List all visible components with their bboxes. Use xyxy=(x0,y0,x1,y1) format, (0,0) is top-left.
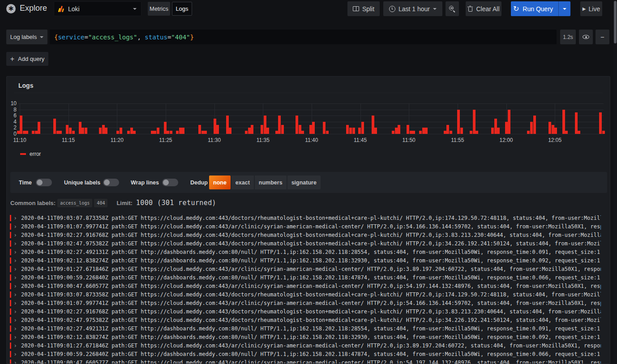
expand-chevron-icon[interactable]: › xyxy=(14,223,16,230)
expand-chevron-icon[interactable]: › xyxy=(14,274,16,281)
expand-chevron-icon[interactable]: › xyxy=(14,300,16,306)
x-axis-label: 11:20 xyxy=(104,137,129,143)
log-row[interactable]: ›2020-04-11T09:02:12.838274Z path:GET ht… xyxy=(7,333,610,342)
chart-bar xyxy=(299,125,301,134)
scrollbar-track[interactable] xyxy=(613,0,617,364)
expand-chevron-icon[interactable]: › xyxy=(14,248,16,255)
expand-chevron-icon[interactable]: › xyxy=(14,325,16,332)
tab-logs[interactable]: Logs xyxy=(172,2,192,16)
grid-line-y xyxy=(18,122,604,122)
query-token: } xyxy=(190,34,194,41)
log-row[interactable]: ›2020-04-11T09:00:47.660577Z path:GET ht… xyxy=(7,282,610,291)
chart-bar xyxy=(497,128,500,134)
log-row[interactable]: ›2020-04-11T09:02:27.492131Z path:GET ht… xyxy=(7,248,610,257)
chart-bar xyxy=(565,131,568,134)
run-query-button[interactable]: ↻ Run Query xyxy=(511,1,570,16)
chart-bar xyxy=(419,131,422,134)
log-row[interactable]: ›2020-04-11T09:02:27.916768Z path:GET ht… xyxy=(7,231,610,240)
chart-bar xyxy=(120,128,122,134)
expand-chevron-icon[interactable]: › xyxy=(14,351,16,357)
log-level-bar xyxy=(10,317,11,323)
grid-line-y xyxy=(18,116,604,116)
query-input[interactable]: {service="access_logs", status="404"} xyxy=(50,30,557,44)
expand-chevron-icon[interactable]: › xyxy=(14,231,16,238)
chart-bar xyxy=(20,116,22,134)
split-button[interactable]: Split xyxy=(347,1,380,16)
expand-chevron-icon[interactable]: › xyxy=(14,283,16,289)
datasource-picker[interactable]: Loki xyxy=(54,1,141,16)
log-row[interactable]: ›2020-04-11T09:01:07.997741Z path:GET ht… xyxy=(7,299,610,308)
chart-bar xyxy=(81,128,84,134)
query-token: = xyxy=(167,34,171,41)
chart-bar xyxy=(407,125,409,134)
dedup-option-numbers[interactable]: numbers xyxy=(255,176,287,189)
chart-bar xyxy=(323,122,326,134)
chart-bar xyxy=(470,131,472,134)
chart-bar xyxy=(38,122,40,134)
log-line-text: 2020-04-11T09:01:07.997741Z path:GET htt… xyxy=(21,223,601,230)
clear-all-button[interactable]: Clear All xyxy=(466,1,501,16)
chart-bar xyxy=(248,128,251,134)
expand-chevron-icon[interactable]: › xyxy=(14,359,16,364)
zoom-out-button[interactable] xyxy=(446,1,459,16)
expand-chevron-icon[interactable]: › xyxy=(14,334,16,340)
log-row[interactable]: ›2020-04-11T09:01:07.997741Z path:GET ht… xyxy=(7,223,610,231)
expand-chevron-icon[interactable]: › xyxy=(14,291,16,298)
chart-bar xyxy=(154,131,156,134)
expand-chevron-icon[interactable]: › xyxy=(14,266,16,272)
chart-bar xyxy=(251,125,253,134)
run-query-dropdown[interactable] xyxy=(558,1,570,16)
chart-bar xyxy=(296,116,298,134)
disable-query-button[interactable] xyxy=(579,30,593,44)
chart-bar xyxy=(425,128,428,134)
expand-chevron-icon[interactable]: › xyxy=(14,342,16,349)
tab-metrics[interactable]: Metrics xyxy=(148,2,170,16)
query-token: "access_logs" xyxy=(88,34,137,41)
log-row[interactable]: ›2020-04-11T09:03:07.873358Z path:GET ht… xyxy=(7,214,610,223)
dedup-option-none[interactable]: none xyxy=(209,176,231,189)
log-level-bar xyxy=(10,300,11,306)
log-row[interactable]: ›2020-04-11T09:02:47.975382Z path:GET ht… xyxy=(7,316,610,325)
remove-query-button[interactable]: − xyxy=(596,30,609,44)
time-range-picker[interactable]: Last 1 hour xyxy=(383,1,442,16)
log-level-bar xyxy=(10,257,11,264)
expand-chevron-icon[interactable]: › xyxy=(14,257,16,264)
log-line-text: 2020-04-11T09:00:59.226840Z path:GET htt… xyxy=(21,274,601,281)
add-query-button[interactable]: + Add query xyxy=(6,52,48,66)
log-row[interactable]: ›2020-04-11T09:02:12.838274Z path:GET ht… xyxy=(7,257,610,265)
wrap-lines-toggle[interactable] xyxy=(162,179,178,186)
log-row[interactable]: ›2020-04-11T09:02:27.492131Z path:GET ht… xyxy=(7,325,610,333)
log-row[interactable]: ›2020-04-11T09:02:27.916768Z path:GET ht… xyxy=(7,308,610,316)
log-row[interactable]: ›2020-04-11T09:00:47.660577Z path:GET ht… xyxy=(7,359,610,364)
log-row[interactable]: ›2020-04-11T09:00:59.226840Z path:GET ht… xyxy=(7,274,610,282)
chart-bar xyxy=(133,131,136,134)
log-row[interactable]: ›2020-04-11T09:02:47.975382Z path:GET ht… xyxy=(7,240,610,248)
chart-bar xyxy=(392,131,394,134)
y-axis-label: 4 xyxy=(7,119,17,125)
log-row[interactable]: ›2020-04-11T09:01:27.671846Z path:GET ht… xyxy=(7,265,610,274)
explore-compass-icon: ✱ xyxy=(6,4,16,13)
log-row[interactable]: ›2020-04-11T09:03:07.873358Z path:GET ht… xyxy=(7,291,610,299)
chart-bar xyxy=(66,125,69,134)
chart-bar xyxy=(176,131,179,134)
log-row[interactable]: ›2020-04-11T09:01:27.671846Z path:GET ht… xyxy=(7,342,610,350)
time-toggle[interactable] xyxy=(36,179,52,186)
expand-chevron-icon[interactable]: › xyxy=(14,240,16,247)
log-row[interactable]: ›2020-04-11T09:00:59.226840Z path:GET ht… xyxy=(7,350,610,359)
chart-bar xyxy=(130,128,133,134)
expand-chevron-icon[interactable]: › xyxy=(14,317,16,323)
chart-bar xyxy=(562,110,565,134)
x-axis-label: 11:45 xyxy=(348,137,373,143)
expand-chevron-icon[interactable]: › xyxy=(14,214,16,221)
dedup-option-exact[interactable]: exact xyxy=(231,176,254,189)
scrollbar-thumb[interactable] xyxy=(614,1,617,43)
chart-bar xyxy=(578,131,580,134)
log-labels-button[interactable]: Log labels xyxy=(6,30,47,44)
chart-bar xyxy=(99,128,102,134)
live-button[interactable]: ▶ Live xyxy=(580,1,602,16)
unique-labels-toggle[interactable] xyxy=(103,179,119,186)
chart-bar xyxy=(264,116,266,134)
legend-label[interactable]: error xyxy=(30,151,41,157)
dedup-option-signature[interactable]: signature xyxy=(287,176,321,189)
expand-chevron-icon[interactable]: › xyxy=(14,308,16,315)
